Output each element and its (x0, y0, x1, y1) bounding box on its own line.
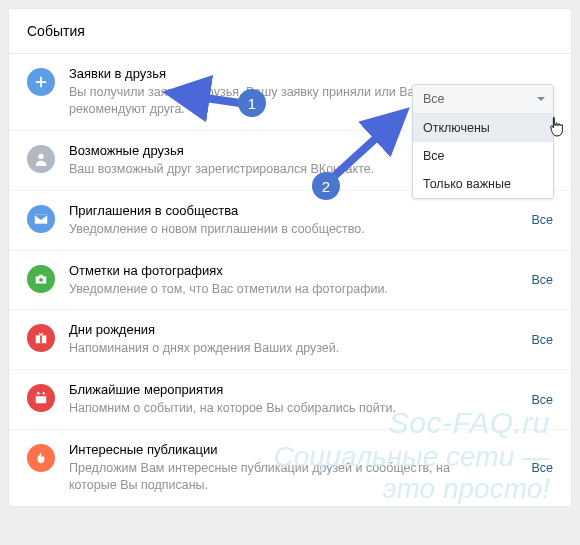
row-title: Интересные публикации (69, 442, 493, 457)
setting-row-6: Интересные публикации Предложим Вам инте… (9, 430, 571, 506)
panel-title: События (27, 23, 85, 39)
row-title: Приглашения в сообщества (69, 203, 493, 218)
row-action-link[interactable]: Все (531, 461, 553, 475)
svg-rect-4 (40, 336, 42, 344)
flame-icon (27, 444, 55, 472)
row-content: Приглашения в сообщества Уведомление о н… (69, 203, 553, 238)
svg-point-1 (39, 277, 43, 281)
row-description: Напомним о событии, на которое Вы собира… (69, 400, 493, 417)
svg-point-0 (38, 154, 43, 159)
panel-header: События (9, 9, 571, 54)
calendar-icon (27, 384, 55, 412)
svg-rect-8 (43, 392, 45, 395)
camera-icon (27, 265, 55, 293)
gift-icon (27, 324, 55, 352)
svg-rect-7 (38, 392, 40, 395)
row-content: Интересные публикации Предложим Вам инте… (69, 442, 553, 494)
row-title: Ближайшие мероприятия (69, 382, 493, 397)
setting-row-4: Дни рождения Напоминания о днях рождения… (9, 310, 571, 370)
row-description: Уведомление о том, что Вас отметили на ф… (69, 281, 493, 298)
row-action-link[interactable]: Все (531, 393, 553, 407)
row-title: Отметки на фотографиях (69, 263, 493, 278)
row-content: Ближайшие мероприятия Напомним о событии… (69, 382, 553, 417)
row-action-link[interactable]: Все (531, 213, 553, 227)
row-title: Заявки в друзья (69, 66, 493, 81)
row-content: Дни рождения Напоминания о днях рождения… (69, 322, 553, 357)
dropdown-option-2[interactable]: Только важные (413, 170, 553, 198)
row-content: Отметки на фотографиях Уведомление о том… (69, 263, 553, 298)
dropdown-selected-label: Все (423, 92, 445, 106)
row-description: Уведомление о новом приглашении в сообще… (69, 221, 493, 238)
dropdown-option-0[interactable]: Отключены (413, 114, 553, 142)
chevron-down-icon (537, 97, 545, 101)
dropdown-option-1[interactable]: Все (413, 142, 553, 170)
notification-dropdown[interactable]: Все ОтключеныВсеТолько важные (412, 84, 554, 199)
row-title: Дни рождения (69, 322, 493, 337)
user-icon (27, 145, 55, 173)
row-description: Предложим Вам интересные публикации друз… (69, 460, 493, 494)
settings-panel: События Заявки в друзья Вы получили заяв… (8, 8, 572, 507)
envelope-icon (27, 205, 55, 233)
setting-row-2: Приглашения в сообщества Уведомление о н… (9, 191, 571, 251)
plus-icon (27, 68, 55, 96)
setting-row-5: Ближайшие мероприятия Напомним о событии… (9, 370, 571, 430)
row-action-link[interactable]: Все (531, 273, 553, 287)
setting-row-3: Отметки на фотографиях Уведомление о том… (9, 251, 571, 311)
row-description: Напоминания о днях рождения Ваших друзей… (69, 340, 493, 357)
row-action-link[interactable]: Все (531, 333, 553, 347)
dropdown-selected[interactable]: Все (413, 85, 553, 114)
svg-rect-6 (36, 394, 47, 397)
